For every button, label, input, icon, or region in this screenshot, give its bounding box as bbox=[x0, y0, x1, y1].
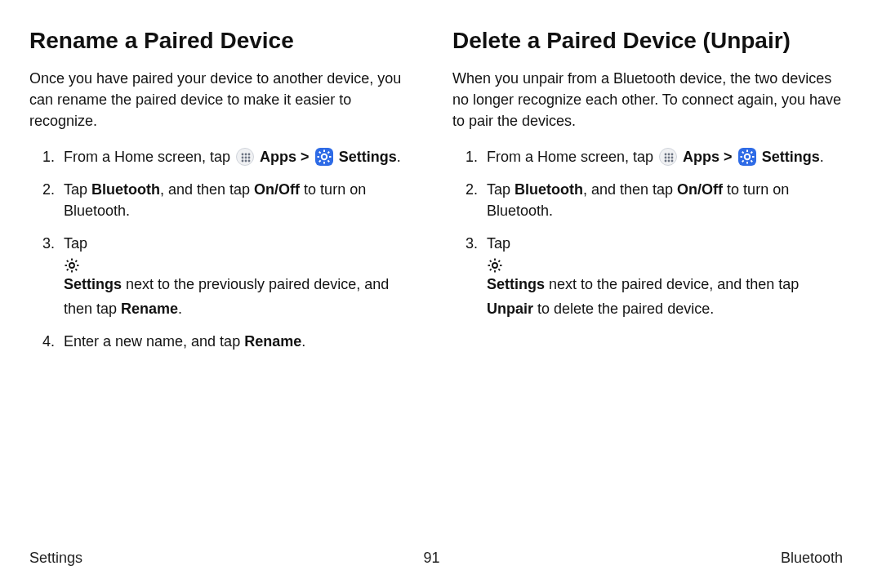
apps-label: Apps bbox=[260, 149, 296, 165]
step-text: Tap bbox=[487, 181, 514, 198]
unpair-label: Unpair bbox=[487, 301, 533, 317]
step-text: Tap bbox=[64, 181, 91, 198]
svg-line-26 bbox=[67, 270, 69, 271]
svg-line-43 bbox=[751, 152, 752, 154]
step-text: to delete the paired device. bbox=[533, 301, 714, 317]
svg-line-17 bbox=[318, 160, 320, 162]
intro-rename: Once you have paired your device to anot… bbox=[29, 68, 420, 131]
columns: Rename a Paired Device Once you have pai… bbox=[29, 24, 843, 364]
right-column: Delete a Paired Device (Unpair) When you… bbox=[452, 24, 843, 364]
settings-icon bbox=[738, 148, 756, 166]
svg-point-45 bbox=[492, 263, 497, 268]
svg-point-33 bbox=[665, 159, 667, 162]
step-text: Tap bbox=[487, 235, 510, 252]
settings-label: Settings bbox=[762, 149, 820, 165]
separator: > bbox=[724, 149, 737, 165]
onoff-label: On/Off bbox=[254, 181, 300, 198]
svg-point-28 bbox=[668, 153, 670, 155]
gear-icon bbox=[64, 257, 420, 274]
svg-point-4 bbox=[245, 156, 247, 158]
bluetooth-label: Bluetooth bbox=[91, 181, 160, 198]
step-2: Tap Bluetooth, and then tap On/Off to tu… bbox=[59, 179, 420, 221]
step-text: From a Home screen, tap bbox=[487, 149, 657, 165]
svg-line-25 bbox=[75, 261, 77, 262]
separator: > bbox=[301, 149, 314, 165]
svg-point-35 bbox=[671, 159, 674, 162]
svg-point-31 bbox=[668, 156, 670, 158]
left-column: Rename a Paired Device Once you have pai… bbox=[29, 24, 420, 364]
rename-label: Rename bbox=[121, 301, 178, 317]
svg-point-34 bbox=[668, 159, 670, 162]
step-text: , and then tap bbox=[160, 181, 254, 198]
apps-icon bbox=[236, 148, 254, 166]
svg-point-3 bbox=[242, 156, 244, 158]
svg-point-29 bbox=[671, 153, 674, 155]
step-text: From a Home screen, tap bbox=[64, 149, 234, 165]
settings-label: Settings bbox=[64, 276, 122, 292]
svg-line-15 bbox=[327, 160, 329, 162]
svg-point-0 bbox=[242, 153, 244, 155]
svg-line-50 bbox=[490, 261, 492, 262]
intro-delete: When you unpair from a Bluetooth device,… bbox=[452, 68, 843, 131]
svg-line-14 bbox=[318, 152, 320, 154]
svg-point-8 bbox=[248, 159, 251, 162]
page-footer: Settings 91 Bluetooth bbox=[29, 547, 843, 568]
step-text: next to the paired device, and then tap bbox=[545, 276, 799, 292]
step-text: , and then tap bbox=[583, 181, 677, 198]
svg-point-27 bbox=[665, 153, 667, 155]
page-number: 91 bbox=[423, 547, 439, 568]
svg-line-41 bbox=[742, 152, 743, 154]
svg-point-9 bbox=[321, 154, 326, 159]
step-text: . bbox=[178, 301, 182, 317]
settings-label: Settings bbox=[339, 149, 397, 165]
settings-label: Settings bbox=[487, 276, 545, 292]
apps-label: Apps bbox=[683, 149, 719, 165]
svg-point-2 bbox=[248, 153, 251, 155]
bluetooth-label: Bluetooth bbox=[514, 181, 583, 198]
settings-icon bbox=[315, 148, 333, 166]
svg-line-53 bbox=[490, 270, 492, 271]
step-text: . bbox=[301, 333, 305, 350]
step-text: Tap bbox=[64, 235, 87, 252]
apps-icon bbox=[659, 148, 677, 166]
rename-label: Rename bbox=[244, 333, 301, 350]
svg-point-30 bbox=[665, 156, 667, 158]
gear-icon bbox=[487, 257, 843, 274]
step-text: . bbox=[820, 149, 824, 165]
svg-point-7 bbox=[245, 159, 247, 162]
steps-rename: From a Home screen, tap Apps > bbox=[29, 146, 420, 353]
step-2: Tap Bluetooth, and then tap On/Off to tu… bbox=[482, 179, 843, 221]
manual-page: Rename a Paired Device Once you have pai… bbox=[0, 0, 882, 588]
svg-point-6 bbox=[242, 159, 244, 162]
svg-point-1 bbox=[245, 153, 247, 155]
footer-topic: Bluetooth bbox=[781, 547, 843, 568]
svg-line-42 bbox=[751, 160, 752, 162]
steps-delete: From a Home screen, tap Apps > bbox=[452, 146, 843, 320]
svg-line-24 bbox=[75, 270, 77, 271]
svg-line-44 bbox=[742, 160, 743, 162]
step-1: From a Home screen, tap Apps > bbox=[482, 146, 843, 167]
step-text: . bbox=[397, 149, 401, 165]
svg-line-23 bbox=[67, 261, 69, 262]
step-4: Enter a new name, and tap Rename. bbox=[59, 331, 420, 352]
svg-line-51 bbox=[498, 270, 500, 271]
svg-line-16 bbox=[327, 152, 329, 154]
onoff-label: On/Off bbox=[677, 181, 723, 198]
svg-point-18 bbox=[69, 263, 74, 268]
svg-point-36 bbox=[744, 154, 749, 159]
svg-line-52 bbox=[498, 261, 500, 262]
footer-section: Settings bbox=[29, 547, 82, 568]
svg-point-5 bbox=[248, 156, 251, 158]
step-3: Tap Settings next to the p bbox=[59, 233, 420, 319]
svg-point-32 bbox=[671, 156, 674, 158]
heading-delete: Delete a Paired Device (Unpair) bbox=[452, 24, 843, 58]
step-3: Tap Settings next to the p bbox=[482, 233, 843, 319]
heading-rename: Rename a Paired Device bbox=[29, 24, 420, 58]
step-text: Enter a new name, and tap bbox=[64, 333, 244, 350]
step-1: From a Home screen, tap Apps > bbox=[59, 146, 420, 167]
